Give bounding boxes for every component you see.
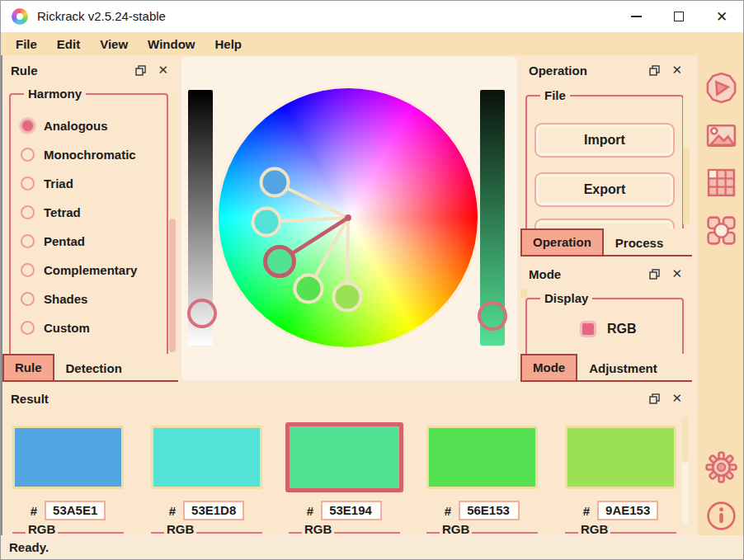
tab-operation[interactable]: Operation xyxy=(520,228,604,255)
harmony-option-pentad[interactable]: Pentad xyxy=(11,227,167,256)
right-toolbar xyxy=(698,55,744,535)
harmony-option-tetrad[interactable]: Tetrad xyxy=(11,198,167,227)
hex-input[interactable]: 53E194 xyxy=(321,501,382,520)
harmony-option-monochromatic[interactable]: Monochromatic xyxy=(11,140,167,169)
tab-detection[interactable]: Detection xyxy=(54,355,134,380)
color-picker-view xyxy=(181,57,517,380)
operation-tabbar: Operation Process xyxy=(520,228,692,256)
close-icon: ✕ xyxy=(716,10,728,24)
result-scrollbar[interactable] xyxy=(682,416,689,524)
wheel-dot-1[interactable] xyxy=(261,169,289,196)
radio-icon xyxy=(21,292,35,306)
grid-board-icon[interactable] xyxy=(704,166,738,200)
status-message: Ready. xyxy=(9,540,49,554)
harmony-option-shades[interactable]: Shades xyxy=(11,285,167,313)
rule-panel: Rule ✕ Harmony Analogous Monochromatic T… xyxy=(2,57,178,382)
result-swatch-5: #9AE153 RGB xyxy=(565,423,676,535)
close-button[interactable]: ✕ xyxy=(700,1,743,32)
minimize-button[interactable] xyxy=(615,1,657,32)
tab-adjustment[interactable]: Adjustment xyxy=(577,355,669,380)
display-group: Display RGB xyxy=(525,298,684,354)
file-group: File Import Export xyxy=(525,95,684,229)
wheel-dot-5[interactable] xyxy=(334,284,361,311)
app-logo-icon xyxy=(12,8,28,25)
float-panel-icon[interactable] xyxy=(649,393,661,404)
mode-scrollbar-thumb[interactable] xyxy=(520,289,527,299)
float-panel-icon[interactable] xyxy=(649,269,661,280)
rule-scrollbar[interactable] xyxy=(169,93,176,352)
tab-process[interactable]: Process xyxy=(604,230,675,255)
menu-file[interactable]: File xyxy=(6,35,47,54)
result-panel: Result ✕ #53A5E1 RGB #53E1D8 RGB #53E194… xyxy=(2,385,692,535)
mode-tabbar: Mode Adjustment xyxy=(520,354,692,382)
float-panel-icon[interactable] xyxy=(135,65,147,76)
info-icon[interactable] xyxy=(704,499,738,533)
harmony-option-triad[interactable]: Triad xyxy=(11,169,167,198)
harmony-option-complementary[interactable]: Complementary xyxy=(11,256,167,285)
minimize-icon xyxy=(631,16,642,17)
radio-icon xyxy=(21,321,35,335)
hex-input[interactable]: 53A5E1 xyxy=(45,501,106,520)
menu-view[interactable]: View xyxy=(90,35,138,54)
depot-icon[interactable] xyxy=(704,214,738,247)
rgb-group-clipped: RGB xyxy=(426,525,538,535)
export-button[interactable]: Export xyxy=(534,172,675,207)
checkbox-checked-icon[interactable] xyxy=(580,321,596,337)
radio-selected-icon xyxy=(21,119,35,133)
float-panel-icon[interactable] xyxy=(649,65,661,76)
color-swatch[interactable] xyxy=(426,426,538,489)
result-swatch-2: #53E1D8 RGB xyxy=(151,423,262,535)
scrollbar-thumb[interactable] xyxy=(682,416,689,463)
radio-icon xyxy=(21,176,35,191)
tab-rule[interactable]: Rule xyxy=(2,354,54,380)
color-swatch[interactable] xyxy=(12,426,124,489)
scrollbar-thumb[interactable] xyxy=(169,219,176,352)
rule-panel-title: Rule xyxy=(11,64,38,78)
rgb-group-clipped: RGB xyxy=(151,525,262,535)
window-title: Rickrack v2.5.24-stable xyxy=(37,9,166,23)
brightness-slider-handle[interactable] xyxy=(478,301,507,331)
tab-mode[interactable]: Mode xyxy=(520,354,577,380)
radio-icon xyxy=(21,234,35,248)
maximize-button[interactable] xyxy=(657,1,700,32)
wheel-dot-3-selected[interactable] xyxy=(266,247,294,276)
image-icon[interactable] xyxy=(704,119,738,153)
harmony-option-custom[interactable]: Custom xyxy=(11,313,167,342)
import-button[interactable]: Import xyxy=(534,123,675,158)
hex-input[interactable]: 9AE153 xyxy=(597,501,658,520)
color-swatch[interactable] xyxy=(565,426,676,489)
menu-window[interactable]: Window xyxy=(138,35,205,54)
rgb-group-clipped: RGB xyxy=(565,525,676,535)
wheel-dot-2[interactable] xyxy=(253,209,280,236)
status-bar: Ready. xyxy=(1,535,743,560)
maximize-icon xyxy=(674,12,684,21)
operation-scrollbar[interactable] xyxy=(683,95,690,225)
close-panel-icon[interactable]: ✕ xyxy=(671,266,682,281)
color-swatch[interactable] xyxy=(151,426,262,489)
rgb-group-clipped: RGB xyxy=(289,525,400,535)
harmony-option-analogous[interactable]: Analogous xyxy=(11,111,167,140)
color-swatch-selected[interactable] xyxy=(285,422,403,492)
hex-input[interactable]: 56E153 xyxy=(459,501,520,520)
result-swatch-3-selected: #53E194 RGB xyxy=(289,423,400,535)
rule-tabbar: Rule Detection xyxy=(2,354,178,382)
rgb-checkbox-row[interactable]: RGB xyxy=(580,321,682,337)
harmony-group: Harmony Analogous Monochromatic Triad Te… xyxy=(9,93,168,354)
menu-edit[interactable]: Edit xyxy=(47,35,90,54)
value-slider-handle[interactable] xyxy=(187,299,217,328)
mode-panel-title: Mode xyxy=(529,267,561,281)
hex-input[interactable]: 53E1D8 xyxy=(183,501,244,520)
result-panel-title: Result xyxy=(11,392,49,406)
rgb-group-clipped: RGB xyxy=(12,525,124,535)
scrollbar-thumb[interactable] xyxy=(683,148,690,225)
radio-icon xyxy=(21,205,35,219)
settings-gear-icon[interactable] xyxy=(704,450,738,484)
wheel-dot-4[interactable] xyxy=(295,275,323,303)
color-wheel-icon[interactable] xyxy=(704,71,738,105)
menu-bar: File Edit View Window Help xyxy=(1,32,743,55)
close-panel-icon[interactable]: ✕ xyxy=(158,63,168,78)
close-panel-icon[interactable]: ✕ xyxy=(671,63,682,78)
title-bar: Rickrack v2.5.24-stable ✕ xyxy=(1,1,743,32)
menu-help[interactable]: Help xyxy=(205,35,252,54)
close-panel-icon[interactable]: ✕ xyxy=(671,391,682,406)
